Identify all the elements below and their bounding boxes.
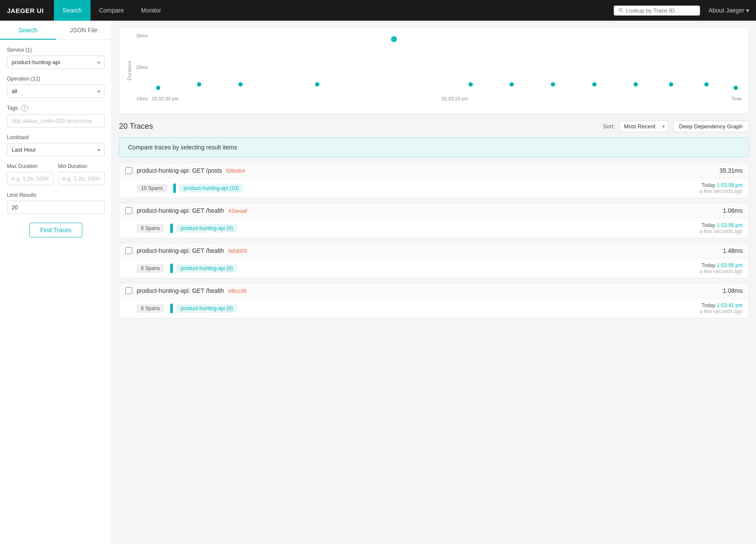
trace-card-0-spans: 10 Spans [137, 184, 167, 193]
main-content: Duration 30ms 20ms 10ms [112, 21, 756, 544]
trace-id-input[interactable] [626, 7, 695, 14]
x-tick-time: Time [731, 96, 742, 101]
operation-select-wrapper[interactable]: all [7, 84, 105, 98]
chart-y-axis: 30ms 20ms 10ms [135, 33, 150, 101]
max-duration-label: Max Duration [7, 163, 54, 169]
traces-header-right: Sort: Most Recent Longest First Shortest… [603, 121, 749, 132]
nav-link-search[interactable]: Search [54, 0, 90, 21]
lookback-select[interactable]: Last Hour Last 2 Hours Last 6 Hours Last… [7, 143, 105, 156]
min-duration-input[interactable] [58, 172, 105, 185]
chart-dot-9 [634, 82, 638, 87]
trace-card-1-checkbox[interactable] [125, 207, 132, 214]
trace-card-1-spans: 6 Spans [137, 224, 164, 233]
y-tick-10ms: 10ms [136, 96, 148, 101]
about-menu[interactable]: About Jaeger ▾ [709, 7, 749, 14]
lookback-select-wrapper[interactable]: Last Hour Last 2 Hours Last 6 Hours Last… [7, 143, 105, 156]
service-field: Service (1) product-hunting-api [7, 47, 105, 69]
trace-card-3-body: 6 Spans product-hunting-api (6) Today 1:… [119, 299, 749, 318]
chart-x-axis: 01:02:30 pm 01:03:20 pm Time [152, 96, 742, 101]
service-label: Service (1) [7, 47, 105, 53]
trace-card-0-header: product-hunting-api: GET /posts f09bbb4 … [119, 163, 749, 179]
trace-card-3-color-bar [170, 304, 173, 313]
trace-card-3-duration: 1.08ms [723, 287, 743, 294]
trace-card-1-header: product-hunting-api: GET /health 43aeaaf… [119, 203, 749, 219]
trace-card-3-service-bar: product-hunting-api (6) [170, 304, 237, 313]
trace-card-2-spans: 6 Spans [137, 264, 164, 273]
sort-select-wrapper[interactable]: Most Recent Longest First Shortest First… [619, 121, 669, 132]
limit-label: Limit Results [7, 192, 105, 198]
trace-card-1: product-hunting-api: GET /health 43aeaaf… [119, 202, 749, 238]
min-duration-field: Min Duration [58, 163, 105, 185]
trace-card-2-service-tag[interactable]: product-hunting-api (6) [176, 264, 237, 273]
trace-card-0-service-tag[interactable]: product-hunting-api (10) [179, 184, 243, 193]
y-tick-20ms: 20ms [136, 65, 148, 70]
sidebar-tab-bar: Search JSON File [0, 21, 112, 40]
trace-card-2-body: 6 Spans product-hunting-api (6) Today 1:… [119, 259, 749, 278]
chart-dot-12 [734, 86, 738, 90]
chart-dot-2 [197, 82, 201, 87]
trace-card-1-title: product-hunting-api: GET /health 43aeaaf [137, 207, 719, 214]
chart-y-label: Duration [127, 61, 132, 81]
trace-card-1-service-bar: product-hunting-api (6) [170, 224, 237, 233]
trace-card-3-service-tag[interactable]: product-hunting-api (6) [176, 304, 237, 313]
service-select[interactable]: product-hunting-api [7, 56, 105, 69]
trace-card-0-duration: 35.31ms [719, 167, 743, 174]
trace-card-1-duration: 1.06ms [723, 207, 743, 214]
traces-chart: Duration 30ms 20ms 10ms [119, 28, 749, 114]
trace-card-3-header: product-hunting-api: GET /health ef6cc99… [119, 283, 749, 299]
main-layout: Search JSON File Service (1) product-hun… [0, 21, 756, 544]
nav-link-compare[interactable]: Compare [91, 0, 133, 21]
trace-card-1-body: 6 Spans product-hunting-api (6) Today 1:… [119, 219, 749, 238]
tags-field: Tags ? [7, 105, 105, 127]
svg-point-0 [619, 9, 622, 11]
chart-dot-1 [156, 86, 160, 90]
trace-card-3-title: product-hunting-api: GET /health ef6cc99 [137, 287, 719, 294]
duration-fields: Max Duration Min Duration [7, 163, 105, 185]
tags-help-icon: ? [21, 105, 28, 112]
deep-dependency-button[interactable]: Deep Dependency Graph [673, 121, 749, 132]
trace-card-0-title: product-hunting-api: GET /posts f09bbb4 [137, 167, 715, 174]
tags-label: Tags ? [7, 105, 105, 112]
trace-card-1-time: Today 1:03:56 pm a few seconds ago [700, 222, 743, 234]
chart-dot-6 [509, 82, 514, 87]
x-tick-2: 01:03:20 pm [442, 96, 468, 101]
min-duration-label: Min Duration [58, 163, 105, 169]
trace-card-0: product-hunting-api: GET /posts f09bbb4 … [119, 162, 749, 198]
chart-dot-8 [592, 82, 597, 87]
trace-card-0-checkbox[interactable] [125, 167, 132, 174]
trace-card-2-checkbox[interactable] [125, 247, 132, 254]
sort-label: Sort: [603, 123, 615, 130]
tab-search[interactable]: Search [0, 21, 56, 40]
sort-select[interactable]: Most Recent Longest First Shortest First… [619, 121, 669, 132]
chart-dots-area [152, 33, 742, 93]
sidebar: Search JSON File Service (1) product-hun… [0, 21, 112, 544]
tags-input[interactable] [7, 114, 105, 127]
limit-field: Limit Results [7, 192, 105, 214]
trace-list: product-hunting-api: GET /posts f09bbb4 … [119, 162, 749, 318]
y-tick-30ms: 30ms [136, 33, 148, 38]
nav-link-monitor[interactable]: Monitor [132, 0, 170, 21]
chart-dot-4 [315, 82, 319, 87]
trace-id-search[interactable] [614, 6, 700, 16]
chart-dot-10 [669, 82, 673, 87]
trace-card-2-color-bar [170, 264, 173, 273]
trace-card-3: product-hunting-api: GET /health ef6cc99… [119, 283, 749, 318]
chart-dot-3 [238, 82, 243, 87]
max-duration-input[interactable] [7, 172, 54, 185]
trace-card-2-time: Today 1:03:56 pm a few seconds ago [700, 262, 743, 274]
limit-input[interactable] [7, 201, 105, 214]
brand-logo: JAEGER UI [7, 7, 44, 14]
operation-select[interactable]: all [7, 84, 105, 98]
find-traces-button[interactable]: Find Traces [29, 223, 82, 237]
service-select-wrapper[interactable]: product-hunting-api [7, 56, 105, 69]
trace-card-2: product-hunting-api: GET /health fa6d009… [119, 242, 749, 278]
tab-json-file[interactable]: JSON File [56, 21, 112, 40]
chart-dot-7 [551, 82, 555, 87]
chart-dot-large [391, 36, 397, 42]
trace-card-1-service-tag[interactable]: product-hunting-api (6) [176, 224, 237, 233]
operation-field: Operation (12) all [7, 76, 105, 98]
trace-card-3-checkbox[interactable] [125, 287, 132, 294]
topnav: JAEGER UI Search Compare Monitor About J… [0, 0, 756, 21]
trace-card-2-duration: 1.48ms [723, 247, 743, 254]
trace-card-3-spans: 6 Spans [137, 304, 164, 313]
